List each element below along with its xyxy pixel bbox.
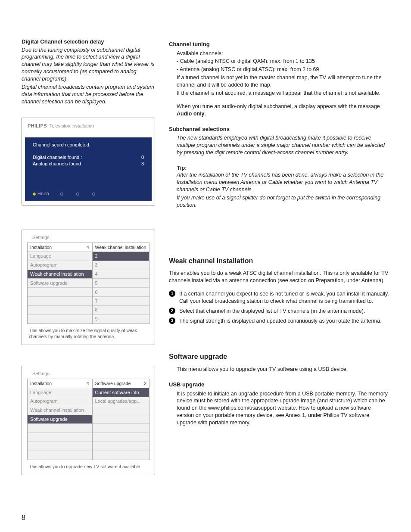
finish-dot-icon: [33, 193, 36, 196]
subchannel-head: Subchannel selections: [169, 125, 389, 133]
menu-item: Language: [28, 388, 92, 397]
tip-p2: If you make use of a signal splitter do …: [177, 194, 389, 209]
menu-item: [28, 315, 92, 324]
usb-upgrade-head: USB upgrade: [169, 381, 389, 389]
menu-item: Software upgrade: [28, 279, 92, 288]
menu-item: Autoprogram: [28, 261, 92, 270]
nav-dot-icon: [92, 193, 95, 196]
menu-item: Weak channel installation: [28, 270, 92, 279]
menu-item: [28, 306, 92, 315]
menu-item: 5: [93, 279, 149, 288]
menu-item: 4: [93, 270, 149, 279]
ct-lead: Available channels:: [177, 50, 389, 57]
menu2-left-head: Installation4: [27, 379, 92, 388]
menu-item: [28, 433, 92, 442]
menu1-hint: This allows you to maximize the signal q…: [27, 327, 149, 339]
menu-item: [93, 433, 149, 442]
ct-p3: When you tune an audio-only digital subc…: [177, 103, 389, 118]
menu-item: [28, 424, 92, 433]
channel-delay-note: Digital Channel selection delay Due to t…: [22, 38, 155, 106]
finish-label: Finish: [37, 191, 49, 196]
menu1-left-head: Installation4: [27, 243, 92, 252]
tv-msg: Channel search completed.: [33, 142, 144, 148]
sw-intro: This menu allows you to upgrade your TV …: [177, 366, 389, 373]
tip-head: Tip:: [177, 164, 389, 172]
ct-p1: If a tuned channel is not yet in the mas…: [177, 74, 389, 89]
note-p2: Digital channel broadcasts contain progr…: [22, 84, 155, 106]
menu-item: 8: [93, 306, 149, 315]
menu-item: 2: [93, 252, 149, 261]
digital-found-label: Digital channels found :: [33, 154, 119, 161]
step-badge-1: 1: [169, 290, 175, 297]
channel-tuning-head: Channel tuning: [169, 40, 389, 48]
menu-item: Language: [28, 252, 92, 261]
settings-menu-weakchannel: Settings Installation4 LanguageAutoprogr…: [22, 230, 155, 345]
menu-item: 6: [93, 288, 149, 297]
ct-b2: - Antenna (analog NTSC or digital ATSC):…: [177, 66, 389, 73]
software-upgrade-head: Software upgrade: [169, 352, 389, 361]
note-p1: Due to the tuning complexity of subchann…: [22, 47, 155, 83]
weak-intro: This enables you to do a weak ATSC digit…: [169, 270, 389, 284]
menu-item: [28, 442, 92, 451]
settings-menu-softwareupgrade: Settings Installation4 LanguageAutoprogr…: [22, 366, 155, 475]
menu2-title: Settings: [27, 370, 149, 379]
weak-step2: Select that channel in the displayed lis…: [179, 308, 365, 314]
nav-dot-icon: [60, 193, 63, 196]
weak-step1: If a certain channel you expect to see i…: [179, 291, 389, 304]
analog-found-label: Analog channels found :: [33, 161, 119, 167]
menu-item: [93, 442, 149, 451]
analog-found-value: 3: [127, 161, 144, 167]
nav-dot-icon: [76, 193, 79, 196]
tv-brand-line: PHILIPS Television installation: [25, 121, 152, 132]
menu-item: [93, 424, 149, 433]
weak-step3: The signal strength is displayed and upd…: [179, 318, 382, 324]
menu-item: [28, 297, 92, 306]
page-number: 8: [22, 513, 25, 523]
menu-item: [28, 288, 92, 297]
menu-item: Autoprogram: [28, 397, 92, 406]
menu-item: 3: [93, 261, 149, 270]
usb-p: It is possible to initiate an upgrade pr…: [177, 390, 389, 426]
menu-item: [93, 451, 149, 460]
tv-footer: Finish: [25, 187, 152, 201]
menu-item: [93, 406, 149, 415]
menu-item: 9: [93, 315, 149, 324]
menu-item: Software upgrade: [28, 415, 92, 424]
menu2-hint: This allows you to upgrade new TV softwa…: [27, 464, 149, 470]
ct-p2: If the channel is not acquired, a messag…: [177, 90, 389, 97]
step-badge-3: 3: [169, 317, 175, 324]
menu-item: Current software info: [93, 388, 149, 397]
menu2-right-head: Software upgrade2: [92, 379, 149, 388]
tip-p1: After the installation of the TV channel…: [177, 171, 389, 193]
menu1-title: Settings: [27, 234, 149, 243]
menu-item: [93, 415, 149, 424]
note-title: Digital Channel selection delay: [22, 38, 155, 46]
menu-item: [28, 451, 92, 460]
subchannel-p: The new standards employed with digital …: [177, 134, 389, 156]
menu-item: Local upgrades/app...: [93, 397, 149, 406]
menu1-right-head: Weak channel installation: [92, 243, 149, 252]
step-badge-2: 2: [169, 308, 175, 314]
digital-found-value: 0: [127, 154, 144, 161]
tv-screen: Channel search completed. Digital channe…: [25, 131, 152, 187]
tv-install-diagram: PHILIPS Television installation Channel …: [22, 118, 155, 205]
weak-channel-head: Weak channel installation: [169, 256, 389, 266]
menu-item: Weak channel installation: [28, 406, 92, 415]
ct-b1: - Cable (analog NTSC or digital QAM): ma…: [177, 58, 389, 65]
menu-item: 7: [93, 297, 149, 306]
